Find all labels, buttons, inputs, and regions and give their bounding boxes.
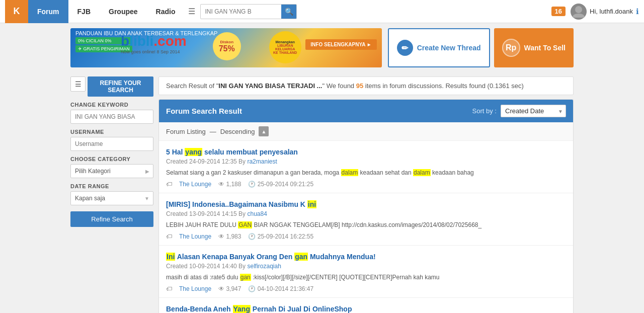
search-result-bar: Search Result of "INI GAN YANG BIASA TER… — [158, 76, 574, 95]
search-result-suffix: items in forum discussions. Results foun… — [363, 82, 490, 90]
thread-footer: 🏷 The Lounge 👁 3,947 🕐 04-10-2014 21:36:… — [166, 285, 566, 292]
thread-meta: Created 24-09-2014 12:35 By ra2maniest — [166, 158, 566, 165]
category-select-wrap: Pilih Kategori ▶ — [70, 164, 153, 178]
help-icon[interactable]: ℹ — [636, 7, 639, 16]
sidebar-date-section: DATE RANGE Kapan saja ▼ — [70, 183, 153, 205]
list-view-button[interactable]: ☰ — [70, 76, 86, 92]
logo[interactable]: K — [5, 0, 28, 23]
forum-search-header: Forum Search Result Sort by : Created Da… — [159, 100, 573, 122]
username-label: Hi, luthfi.doank — [590, 8, 633, 15]
category-select[interactable]: Pilih Kategori — [70, 164, 153, 178]
banner-area: PANDUAN IBU DAN ANAK TERBESAR & TERLENGK… — [0, 23, 644, 72]
thread-title[interactable]: Ini Alasan Kenapa Banyak Orang Den gan M… — [166, 253, 566, 261]
search-box: 🔍 — [200, 4, 297, 19]
content: Search Result of "INI GAN YANG BIASA TER… — [158, 72, 574, 313]
sidebar-keyword-section: CHANGE KEYWORD — [70, 102, 153, 124]
forum-listing-bar: Forum Listing — Descending ▲ — [159, 122, 573, 141]
thread-footer: 🏷 The Lounge 👁 1,188 🕐 25-09-2014 09:21:… — [166, 181, 566, 188]
blibli-subtitle: Now goes online! 8 Sep 2014 — [121, 49, 187, 54]
category-label: CHOOSE CATEGORY — [70, 156, 153, 162]
thread-excerpt: LEBIH JAUH RATE DULU GAN BIAR NGGAK TENG… — [166, 220, 566, 229]
date-range-label: DATE RANGE — [70, 183, 153, 189]
search-result-prefix: Search Result of " — [166, 82, 218, 90]
thread-views: 👁 1,983 — [218, 233, 241, 240]
forum-listing-order: Descending — [220, 128, 255, 135]
search-button[interactable]: 🔍 — [281, 4, 296, 19]
action-buttons: ✏ Create New Thread Rp Want To Sell — [388, 28, 574, 67]
sort-select-wrap: Created Date ▼ — [501, 105, 566, 117]
date-select-wrap: Kapan saja ▼ — [70, 191, 153, 205]
thread-item: Benda-Benda Aneh Yang Pernah Di Jual Di … — [159, 298, 573, 313]
sort-select[interactable]: Created Date — [501, 105, 566, 117]
tag-icon: 🏷 — [166, 233, 172, 240]
top-nav: K Forum FJB Groupee Radio ☰ 🔍 16 Hi, lut… — [0, 0, 644, 23]
thread-title[interactable]: Benda-Benda Aneh Yang Pernah Di Jual Di … — [166, 305, 566, 313]
sidebar: ☰ REFINE YOUR SEARCH CHANGE KEYWORD USER… — [70, 72, 158, 313]
thread-author[interactable]: ra2maniest — [247, 158, 277, 165]
tag-icon: 🏷 — [166, 285, 172, 292]
thread-item: 5 Hal yang selalu membuat penyesalan Cre… — [159, 141, 573, 193]
svg-point-0 — [575, 6, 582, 13]
avatar — [571, 4, 587, 20]
thread-date: 🕐 25-09-2014 16:22:55 — [248, 233, 313, 240]
forum-search-box: Forum Search Result Sort by : Created Da… — [158, 99, 574, 313]
thread-date: 🕐 04-10-2014 21:36:47 — [248, 285, 313, 292]
thread-item: Ini Alasan Kenapa Banyak Orang Den gan M… — [159, 246, 573, 298]
discount-badge: Diskon 75% — [213, 32, 241, 60]
user-area: Hi, luthfi.doank ℹ — [571, 4, 639, 20]
banner-cta[interactable]: INFO SELENGKAPNYA ► — [305, 39, 376, 50]
refine-search-button[interactable]: Refine Search — [70, 211, 153, 227]
thread-excerpt: masih di atas di :rate5 dulu gan :kiss[/… — [166, 273, 566, 282]
banner-image: PANDUAN IBU DAN ANAK TERBESAR & TERLENGK… — [70, 28, 382, 67]
win-badge: Menangkan LIBURAN KELUARGA KE THAILAND — [269, 31, 301, 63]
keyword-label: CHANGE KEYWORD — [70, 102, 153, 108]
want-to-sell-button[interactable]: Rp Want To Sell — [494, 28, 574, 67]
search-input[interactable] — [201, 8, 281, 15]
thread-author[interactable]: selfirozaqiah — [247, 263, 281, 270]
sort-label: Sort by : — [472, 107, 497, 115]
search-time: 0.1361 sec — [490, 82, 522, 90]
thread-tag[interactable]: The Lounge — [179, 233, 211, 240]
notification-badge[interactable]: 16 — [551, 7, 566, 16]
thread-author[interactable]: chua84 — [247, 210, 267, 217]
pencil-icon: ✏ — [397, 40, 413, 56]
forum-listing-label: Forum Listing — [166, 128, 206, 135]
sort-area: Sort by : Created Date ▼ — [472, 105, 566, 117]
nav-right: 16 Hi, luthfi.doank ℹ — [551, 4, 639, 20]
refine-header-button[interactable]: REFINE YOUR SEARCH — [88, 76, 153, 97]
date-range-select[interactable]: Kapan saja — [70, 191, 153, 205]
logo-text: K — [14, 6, 20, 17]
tag-icon: 🏷 — [166, 181, 172, 188]
thread-footer: 🏷 The Lounge 👁 1,983 🕐 25-09-2014 16:22:… — [166, 233, 566, 240]
thread-meta: Created 10-09-2014 14:40 By selfirozaqia… — [166, 263, 566, 270]
sidebar-username-section: USERNAME — [70, 129, 153, 151]
username-field-label: USERNAME — [70, 129, 153, 135]
forum-search-title: Forum Search Result — [166, 107, 242, 115]
thread-meta: Created 13-09-2014 14:15 By chua84 — [166, 210, 566, 217]
sort-direction-icon[interactable]: ▲ — [259, 126, 269, 136]
thread-tag[interactable]: The Lounge — [179, 181, 211, 188]
sidebar-category-section: CHOOSE CATEGORY Pilih Kategori ▶ — [70, 156, 153, 178]
list-icon[interactable]: ☰ — [188, 7, 195, 16]
main-layout: ☰ REFINE YOUR SEARCH CHANGE KEYWORD USER… — [0, 72, 644, 313]
create-thread-button[interactable]: ✏ Create New Thread — [388, 28, 490, 67]
thread-date: 🕐 25-09-2014 09:21:25 — [248, 181, 313, 188]
rp-icon: Rp — [502, 39, 520, 57]
thread-title[interactable]: 5 Hal yang selalu membuat penyesalan — [166, 148, 566, 156]
thread-views: 👁 3,947 — [218, 285, 241, 292]
username-input[interactable] — [70, 137, 153, 151]
keyword-input[interactable] — [70, 110, 153, 124]
thread-title[interactable]: [MIRIS] Indonesia..Bagaimana Nasibmu K i… — [166, 200, 566, 208]
thread-item: [MIRIS] Indonesia..Bagaimana Nasibmu K i… — [159, 193, 573, 246]
thread-tag[interactable]: The Lounge — [179, 285, 211, 292]
search-count: 95 — [356, 82, 363, 90]
nav-groupee[interactable]: Groupee — [100, 0, 147, 23]
nav-forum[interactable]: Forum — [28, 0, 68, 23]
sidebar-top: ☰ REFINE YOUR SEARCH — [70, 76, 153, 97]
search-result-found: " We found — [322, 82, 356, 90]
nav-radio[interactable]: Radio — [147, 0, 185, 23]
blibli-logo: blibli.com — [121, 33, 187, 49]
thread-views: 👁 1,188 — [218, 181, 241, 188]
nav-fjb[interactable]: FJB — [68, 0, 100, 23]
thread-excerpt: Selamat siang a gan 2 kaskuser dimanapun… — [166, 168, 566, 177]
